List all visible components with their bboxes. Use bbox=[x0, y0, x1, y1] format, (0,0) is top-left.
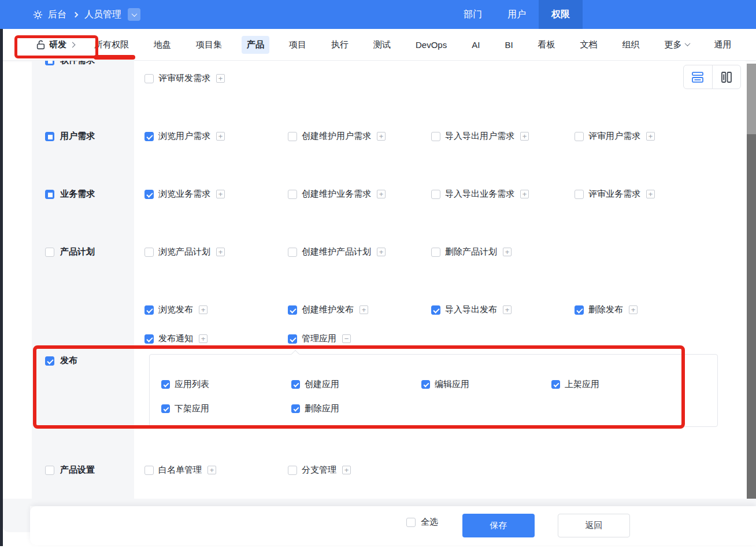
expand-button[interactable]: + bbox=[503, 248, 512, 256]
permission-checkbox[interactable] bbox=[288, 466, 297, 475]
group-checkbox[interactable] bbox=[45, 356, 54, 366]
expand-button[interactable]: + bbox=[377, 248, 386, 256]
expand-button[interactable]: + bbox=[377, 190, 386, 198]
permission-checkbox[interactable] bbox=[551, 380, 560, 389]
permission-checkbox[interactable] bbox=[161, 404, 170, 413]
permission-item: 创建维护发布+ bbox=[288, 304, 431, 315]
background-gap-left bbox=[3, 506, 30, 532]
permission-checkbox[interactable] bbox=[431, 190, 440, 199]
column-layout-button[interactable] bbox=[712, 65, 740, 89]
permission-checkbox[interactable] bbox=[575, 305, 584, 315]
permission-label: 删除应用 bbox=[305, 403, 339, 414]
permission-checkbox[interactable] bbox=[144, 334, 154, 344]
row-layout-button[interactable] bbox=[684, 65, 712, 89]
module-tab-DevOps[interactable]: DevOps bbox=[410, 36, 452, 53]
expand-button[interactable]: + bbox=[216, 248, 225, 256]
permission-checkbox[interactable] bbox=[291, 404, 300, 413]
breadcrumb-page[interactable]: 人员管理 bbox=[84, 9, 121, 21]
module-tab-产品[interactable]: 产品 bbox=[242, 36, 269, 54]
expand-button[interactable]: + bbox=[629, 305, 638, 314]
permission-checkbox[interactable] bbox=[291, 380, 300, 389]
top-header-bar: 后台 人员管理 部门用户权限 bbox=[0, 0, 756, 29]
header-tab-用户[interactable]: 用户 bbox=[495, 0, 539, 29]
expand-button[interactable]: + bbox=[216, 132, 225, 141]
expand-button[interactable]: + bbox=[216, 74, 225, 83]
vertical-scrollbar-track[interactable] bbox=[747, 64, 756, 499]
expand-button[interactable]: + bbox=[216, 190, 225, 198]
group-item-用户需求[interactable]: 用户需求 bbox=[45, 131, 95, 142]
permission-checkbox[interactable] bbox=[144, 74, 154, 83]
module-tab-组织[interactable]: 组织 bbox=[617, 36, 645, 54]
group-checkbox[interactable] bbox=[45, 61, 54, 65]
expand-button[interactable]: + bbox=[377, 132, 386, 141]
permission-checkbox[interactable] bbox=[288, 132, 297, 141]
header-tab-权限[interactable]: 权限 bbox=[539, 0, 583, 29]
module-tab-看板[interactable]: 看板 bbox=[533, 36, 561, 54]
module-tab-项目集[interactable]: 项目集 bbox=[191, 36, 227, 54]
vertical-scrollbar-thumb[interactable] bbox=[747, 64, 756, 134]
permission-label: 发布通知 bbox=[158, 333, 193, 344]
expand-button[interactable]: + bbox=[360, 305, 368, 314]
permission-checkbox[interactable] bbox=[288, 190, 297, 199]
module-tab-AI[interactable]: AI bbox=[466, 36, 485, 53]
permission-checkbox[interactable] bbox=[431, 248, 440, 257]
permission-checkbox[interactable] bbox=[288, 334, 297, 344]
module-tab-项目[interactable]: 项目 bbox=[284, 36, 312, 54]
group-item-软件需求[interactable]: 软件需求 bbox=[45, 61, 95, 66]
expand-button[interactable]: + bbox=[342, 466, 351, 474]
module-tab-执行[interactable]: 执行 bbox=[326, 36, 354, 54]
module-tab-label: 文档 bbox=[580, 39, 598, 50]
permission-checkbox[interactable] bbox=[144, 190, 154, 199]
expand-button[interactable]: + bbox=[207, 466, 216, 474]
module-tab-文档[interactable]: 文档 bbox=[575, 36, 603, 54]
header-tab-部门[interactable]: 部门 bbox=[451, 0, 495, 29]
permission-item: 删除产品计划+ bbox=[431, 246, 575, 257]
module-tab-测试[interactable]: 测试 bbox=[368, 36, 396, 54]
permission-checkbox[interactable] bbox=[144, 248, 154, 257]
group-checkbox[interactable] bbox=[45, 132, 54, 141]
module-tab-通用[interactable]: 通用 bbox=[709, 36, 737, 54]
group-checkbox[interactable] bbox=[45, 190, 54, 199]
permission-checkbox[interactable] bbox=[431, 305, 440, 315]
expand-button[interactable]: + bbox=[199, 305, 207, 314]
permission-checkbox[interactable] bbox=[575, 132, 584, 141]
permission-item: 浏览产品计划+ bbox=[144, 246, 288, 257]
permission-checkbox[interactable] bbox=[161, 380, 170, 389]
back-button[interactable]: 返回 bbox=[558, 514, 630, 537]
expand-button[interactable]: + bbox=[646, 190, 655, 198]
permission-checkbox[interactable] bbox=[144, 305, 154, 315]
expand-button[interactable]: + bbox=[199, 334, 207, 343]
expand-button[interactable]: + bbox=[520, 132, 529, 141]
permission-checkbox[interactable] bbox=[575, 190, 584, 199]
permission-checkbox[interactable] bbox=[421, 380, 430, 389]
module-tab-更多[interactable]: 更多 bbox=[659, 36, 695, 54]
module-tab-BI[interactable]: BI bbox=[499, 36, 518, 53]
select-all-control[interactable]: 全选 bbox=[406, 517, 438, 528]
breadcrumb-section[interactable]: 后台 bbox=[48, 9, 66, 21]
permission-checkbox[interactable] bbox=[144, 466, 154, 475]
module-tab-label: 地盘 bbox=[154, 39, 171, 50]
save-button[interactable]: 保存 bbox=[462, 514, 535, 537]
group-item-产品设置[interactable]: 产品设置 bbox=[45, 465, 95, 476]
all-permissions-link[interactable]: 所有权限 bbox=[89, 36, 134, 54]
group-item-发布[interactable]: 发布 bbox=[45, 355, 77, 366]
group-item-产品计划[interactable]: 产品计划 bbox=[45, 246, 95, 257]
expand-button[interactable]: + bbox=[646, 132, 655, 141]
permission-label: 创建维护发布 bbox=[302, 304, 354, 315]
permission-item: 分支管理+ bbox=[288, 465, 431, 476]
permission-checkbox[interactable] bbox=[288, 248, 297, 257]
group-checkbox[interactable] bbox=[45, 466, 54, 475]
collapse-button[interactable]: − bbox=[342, 334, 351, 343]
permission-label: 创建维护产品计划 bbox=[302, 246, 371, 257]
page-dropdown-button[interactable] bbox=[128, 8, 140, 21]
expand-button[interactable]: + bbox=[503, 305, 512, 314]
permission-checkbox[interactable] bbox=[144, 132, 154, 141]
select-all-checkbox[interactable] bbox=[406, 518, 416, 527]
expand-button[interactable]: + bbox=[520, 190, 529, 198]
permission-checkbox[interactable] bbox=[431, 132, 440, 141]
module-tab-地盘[interactable]: 地盘 bbox=[149, 36, 176, 54]
permission-checkbox[interactable] bbox=[288, 305, 297, 315]
group-checkbox[interactable] bbox=[45, 248, 54, 257]
group-item-业务需求[interactable]: 业务需求 bbox=[45, 189, 95, 200]
role-selector[interactable]: 研发 bbox=[36, 39, 75, 50]
